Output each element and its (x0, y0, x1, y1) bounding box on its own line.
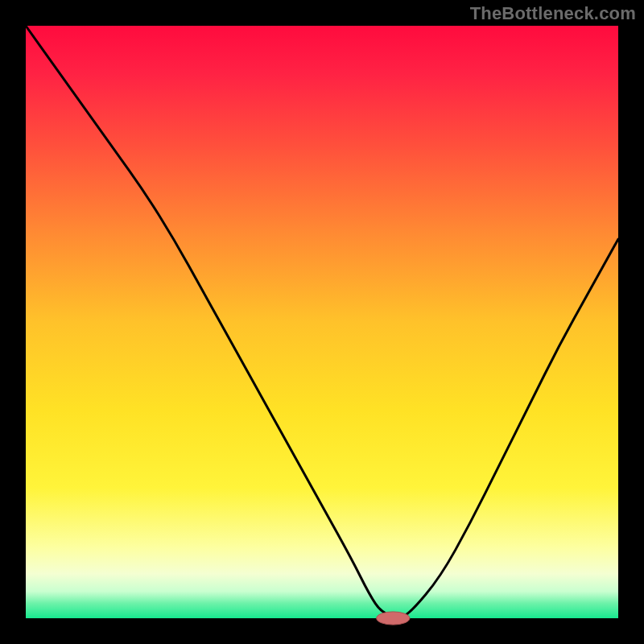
chart-frame: TheBottleneck.com (0, 0, 644, 644)
plot-background (26, 26, 618, 618)
optimal-marker (377, 612, 410, 625)
bottleneck-plot (0, 0, 644, 644)
watermark-label: TheBottleneck.com (470, 3, 636, 24)
